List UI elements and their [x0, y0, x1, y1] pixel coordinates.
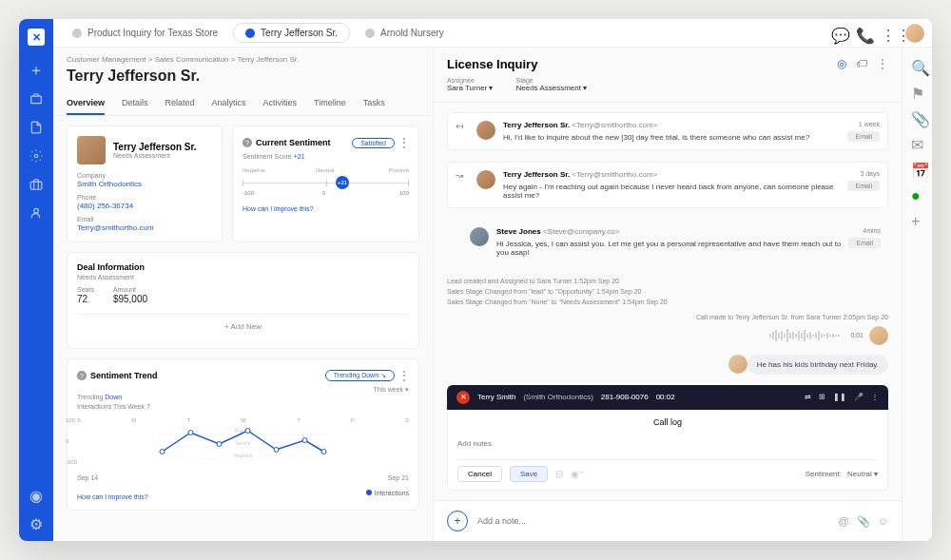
stage-select[interactable]: Needs Assessment ▾ — [515, 84, 587, 92]
email-button[interactable]: Email — [848, 238, 881, 248]
mention-icon[interactable]: @ — [839, 515, 849, 528]
add-button[interactable]: + — [447, 511, 468, 531]
trend-sub2: Interactions This Week 7 — [77, 403, 409, 410]
email-label: Email — [77, 216, 212, 222]
emoji-icon[interactable]: ☺ — [878, 515, 888, 528]
email-value[interactable]: Terry@smithortho.com — [77, 223, 212, 232]
more-icon[interactable]: ⋮ — [398, 136, 409, 149]
more-icon[interactable]: ⋮ — [871, 393, 879, 401]
tab-arnold-nursery[interactable]: Arnold Nursery — [354, 24, 456, 42]
tag-icon[interactable]: 🏷 — [856, 57, 867, 70]
mail-icon[interactable]: ✉ — [911, 136, 923, 148]
add-note-input[interactable] — [477, 516, 829, 526]
call-notes-input[interactable] — [457, 435, 878, 452]
phone-icon[interactable]: 📞 — [856, 27, 869, 40]
sentiment-title: Current Sentiment — [256, 138, 348, 147]
deal-title: Deal Information — [77, 262, 409, 272]
conversation-panel: License Inquiry AssigneeSara Turner ▾ St… — [434, 48, 902, 541]
target-icon[interactable]: ◎ — [837, 57, 846, 70]
grid-icon[interactable]: ⋮⋮⋮ — [881, 27, 894, 40]
improve-link[interactable]: How can I improve this? — [243, 205, 409, 212]
sub-tab-details[interactable]: Details — [122, 92, 148, 115]
more-icon[interactable]: ⋮ — [398, 369, 409, 382]
wave-time: 0:01 — [850, 332, 864, 338]
msg-from-name: Steve Jones — [496, 227, 541, 236]
sub-tab-timeline[interactable]: Timeline — [314, 92, 346, 115]
hangup-icon[interactable]: ✕ — [456, 391, 470, 404]
mute-icon[interactable]: 🎤 — [854, 393, 864, 401]
pause-icon[interactable]: ❚❚ — [833, 393, 846, 401]
trend-card: ? Sentiment Trend Trending Down ↘ ⋮ Tren… — [67, 358, 419, 511]
tool-icon[interactable]: ◉⁺ — [571, 469, 584, 479]
assignee-select[interactable]: Sara Turner ▾ — [447, 84, 493, 92]
add-icon[interactable]: + — [911, 213, 923, 225]
activity-log: Lead created and Assigned to Sara Turner… — [447, 276, 888, 308]
email-button[interactable]: Email — [847, 181, 880, 191]
keypad-icon[interactable]: ⊞ — [819, 393, 825, 401]
svg-rect-0 — [31, 96, 42, 104]
sentiment-badge: Satisfied — [352, 138, 395, 148]
cards-row: Terry Jefferson Sr. Needs Assessment Com… — [53, 116, 433, 252]
help-icon[interactable]: ? — [243, 138, 252, 147]
main-content: Product Inquiry for Texas Store Terry Je… — [53, 19, 932, 541]
phone-value[interactable]: (480) 256-36734 — [77, 202, 212, 210]
improve-link[interactable]: How can I improve this? — [77, 493, 148, 500]
email-button[interactable]: Email — [847, 131, 880, 142]
msg-from-email: <Terry@smithortho.com> — [572, 121, 657, 129]
svg-point-7 — [160, 450, 165, 454]
sub-tab-overview[interactable]: Overview — [67, 92, 105, 115]
transfer-icon[interactable]: ⇄ — [805, 393, 811, 401]
plus-icon[interactable]: ＋ — [29, 63, 44, 78]
tab-terry-jefferson[interactable]: Terry Jefferson Sr. — [233, 23, 350, 43]
flag-icon[interactable]: ⚑ — [911, 85, 923, 97]
svg-point-9 — [217, 442, 222, 447]
sub-tab-related[interactable]: Related — [165, 92, 195, 115]
sub-tab-activities[interactable]: Activities — [263, 92, 298, 115]
calendar-icon[interactable]: 📅 — [911, 162, 923, 174]
tab-product-inquiry[interactable]: Product Inquiry for Texas Store — [61, 24, 229, 42]
attach-icon[interactable]: 📎 — [911, 110, 923, 123]
tool-icon[interactable]: ⊟ — [555, 469, 563, 479]
save-button[interactable]: Save — [510, 466, 548, 482]
msg-text: Hi, I'd like to inquire about the new [3… — [503, 133, 840, 142]
attach-icon[interactable]: 📎 — [857, 515, 870, 528]
briefcase-icon[interactable] — [29, 177, 44, 192]
this-week-select[interactable]: This week ▾ — [374, 386, 409, 394]
message: ↤ Terry Jefferson Sr. <Terry@smithortho.… — [447, 112, 888, 150]
note-avatar — [728, 355, 747, 374]
chat-icon[interactable]: 💬 — [831, 27, 844, 40]
add-new-button[interactable]: + Add New — [77, 314, 409, 338]
more-icon[interactable]: ⋮ — [877, 57, 888, 70]
sentiment-score-label: Sentiment Score +21 — [243, 153, 409, 160]
trend-sub1: Trending Down — [77, 394, 122, 400]
left-panel: Customer Management > Sales Communicatio… — [53, 48, 434, 541]
msg-avatar — [476, 170, 495, 189]
user-icon[interactable] — [29, 205, 44, 221]
msg-from-email: <Steve@company.co> — [543, 227, 619, 236]
legend-interactions: Interactions — [366, 490, 409, 500]
user-avatar[interactable] — [905, 24, 924, 43]
profile-avatar — [77, 136, 106, 164]
message: ↝ Terry Jefferson Sr. <Terry@smithortho.… — [447, 162, 888, 208]
sentiment-select[interactable]: Neutral ▾ — [847, 470, 878, 478]
help-icon[interactable]: ◉ — [29, 488, 44, 503]
svg-rect-2 — [30, 182, 42, 189]
msg-from-name: Terry Jefferson Sr. — [503, 121, 570, 129]
document-icon[interactable] — [29, 120, 44, 135]
status-icon[interactable]: ● — [911, 187, 923, 200]
sub-tab-analytics[interactable]: Analytics — [212, 92, 246, 115]
sub-tab-tasks[interactable]: Tasks — [363, 92, 385, 115]
svg-point-3 — [34, 208, 39, 213]
msg-avatar — [470, 227, 489, 246]
app-logo[interactable]: ✕ — [28, 29, 45, 46]
settings-icon[interactable]: ⚙ — [29, 516, 44, 531]
call-made-log: Call made to Terry Jefferson Sr. from Sa… — [447, 314, 888, 320]
reply-icon: ↤ — [456, 121, 469, 142]
cancel-button[interactable]: Cancel — [457, 466, 502, 482]
help-icon[interactable]: ? — [77, 371, 87, 380]
profile-name: Terry Jefferson Sr. — [113, 142, 197, 152]
home-icon[interactable] — [29, 91, 44, 106]
company-value[interactable]: Smith Orthodontics — [77, 180, 212, 188]
search-icon[interactable]: 🔍 — [911, 59, 923, 71]
gear-icon[interactable] — [29, 148, 44, 164]
